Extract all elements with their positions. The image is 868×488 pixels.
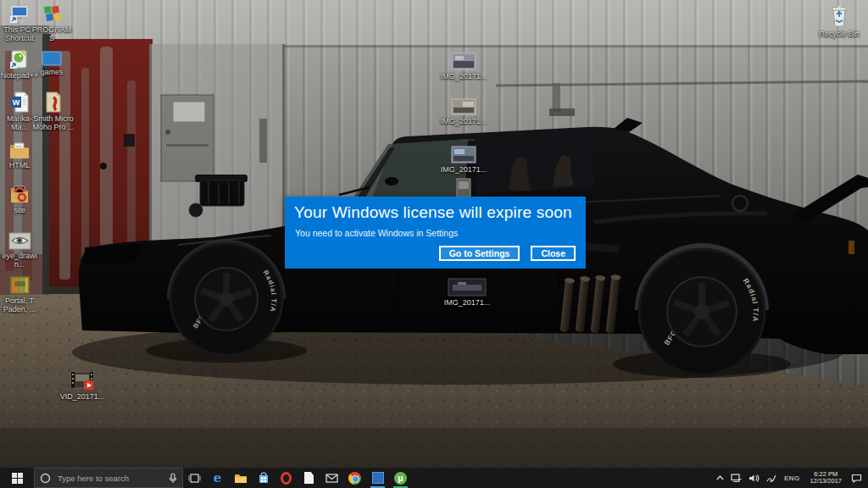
document-icon bbox=[304, 472, 314, 484]
file-explorer-icon bbox=[234, 473, 248, 484]
edge-icon: e bbox=[214, 472, 222, 485]
microphone-icon[interactable] bbox=[169, 473, 177, 484]
svg-text:W: W bbox=[13, 98, 20, 107]
desktop-icon-html-folder[interactable]: HTML bbox=[0, 141, 39, 169]
desktop-icon-games[interactable]: games bbox=[31, 51, 73, 76]
start-button[interactable] bbox=[0, 468, 34, 488]
volume-icon bbox=[748, 474, 760, 483]
close-button[interactable]: Close bbox=[531, 246, 576, 261]
taskbar-app-chrome[interactable] bbox=[343, 468, 366, 488]
taskbar-search-box[interactable] bbox=[34, 468, 183, 488]
system-tray: ENG 6:22 PM 12/13/2017 bbox=[713, 468, 868, 488]
clock-date: 12/13/2017 bbox=[810, 478, 842, 485]
taskbar-app-explorer[interactable] bbox=[229, 468, 252, 488]
task-view-icon bbox=[188, 473, 201, 484]
recycle-bin-icon bbox=[830, 4, 849, 28]
utorrent-icon: µ bbox=[394, 472, 407, 485]
desktop-area: BFGoodrich Radial T/A bbox=[0, 0, 868, 468]
network-icon bbox=[731, 474, 742, 483]
video-file-thumbnail bbox=[70, 371, 94, 391]
task-view-button[interactable] bbox=[183, 468, 206, 488]
desktop-icon-img-4[interactable] bbox=[453, 178, 475, 197]
photo-thumbnail bbox=[448, 278, 487, 297]
pen-icon bbox=[766, 474, 776, 483]
programs-folder-icon bbox=[42, 3, 63, 24]
taskbar-clock[interactable]: 6:22 PM 12/13/2017 bbox=[805, 468, 846, 488]
pen-tray-button[interactable] bbox=[764, 468, 778, 488]
action-center-icon bbox=[851, 474, 862, 483]
taskbar: e bbox=[0, 468, 868, 488]
taskbar-app-edge[interactable]: e bbox=[206, 468, 229, 488]
desktop-icon-img-3[interactable]: IMG_20171... bbox=[439, 146, 488, 174]
hidden-icons-button[interactable] bbox=[713, 468, 726, 488]
desktop-icon-recycle-bin[interactable]: Recycle Bin bbox=[815, 4, 864, 38]
opera-icon bbox=[281, 472, 292, 485]
mail-icon bbox=[326, 474, 338, 483]
desktop-icon-eye-drawing[interactable]: eye_drawin... bbox=[0, 232, 39, 269]
desktop-icon-video[interactable]: VID_20171... bbox=[58, 371, 107, 401]
desktop-icon-moho[interactable]: Smith Micro Moho Pro ... bbox=[31, 92, 76, 131]
this-pc-icon bbox=[8, 5, 31, 24]
dialog-title: Your Windows license will expire soon bbox=[294, 203, 572, 222]
store-icon bbox=[258, 472, 270, 484]
dialog-subtitle: You need to activate Windows in Settings bbox=[295, 228, 458, 238]
chevron-up-icon bbox=[716, 475, 724, 480]
chrome-icon bbox=[348, 472, 361, 485]
moho-app-icon bbox=[44, 92, 63, 113]
photo-thumbnail bbox=[451, 146, 476, 164]
cortana-search-icon bbox=[40, 473, 51, 484]
eye-drawing-thumbnail bbox=[8, 232, 31, 250]
taskbar-app-utorrent[interactable]: µ bbox=[389, 468, 412, 488]
language-indicator[interactable]: ENG bbox=[780, 468, 804, 488]
action-center-button[interactable] bbox=[848, 468, 865, 488]
photo-thumbnail bbox=[456, 178, 471, 197]
go-to-settings-button[interactable]: Go to Settings bbox=[439, 246, 520, 261]
network-tray-button[interactable] bbox=[728, 468, 744, 488]
html-folder-icon bbox=[8, 141, 31, 159]
search-input[interactable] bbox=[56, 473, 164, 484]
taskbar-app-mail[interactable] bbox=[320, 468, 343, 488]
portal-image-thumbnail bbox=[9, 275, 31, 295]
taskbar-app-photos[interactable] bbox=[366, 468, 389, 488]
site-folder-icon bbox=[8, 185, 31, 204]
photo-thumbnail bbox=[451, 98, 476, 115]
desktop-icon-img-1[interactable]: IMG_20171... bbox=[439, 53, 488, 80]
windows-license-dialog: Your Windows license will expire soon Yo… bbox=[285, 197, 586, 269]
photos-icon bbox=[372, 472, 384, 484]
word-document-icon: W bbox=[9, 92, 30, 113]
taskbar-app-store[interactable] bbox=[252, 468, 275, 488]
taskbar-app-opera[interactable] bbox=[275, 468, 298, 488]
notepad-plus-plus-icon bbox=[8, 50, 31, 69]
photo-thumbnail bbox=[451, 53, 476, 70]
volume-tray-button[interactable] bbox=[746, 468, 762, 488]
desktop-icon-programs[interactable]: PROGRAMS bbox=[31, 3, 73, 42]
desktop-icon-site-folder[interactable]: site bbox=[0, 185, 39, 214]
desktop-icon-img-2[interactable]: IMG_20171... bbox=[439, 98, 488, 125]
taskbar-app-document[interactable] bbox=[298, 468, 320, 488]
windows-desktop-screen: BFGoodrich Radial T/A bbox=[0, 0, 868, 488]
desktop-icon-portal-image[interactable]: Portal, T Paden, ... bbox=[0, 275, 39, 313]
windows-logo-icon bbox=[12, 473, 23, 484]
desktop-icon-img-5[interactable]: IMG_20171... bbox=[439, 278, 495, 307]
games-folder-icon bbox=[42, 51, 62, 66]
